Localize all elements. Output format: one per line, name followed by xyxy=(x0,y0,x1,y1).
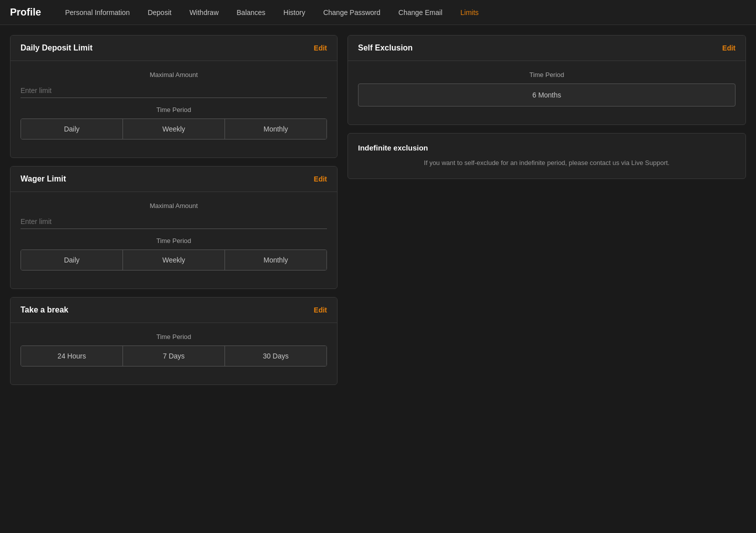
daily-deposit-limit-input[interactable] xyxy=(20,84,327,98)
wager-daily-button[interactable]: Daily xyxy=(21,250,123,270)
daily-deposit-weekly-button[interactable]: Weekly xyxy=(123,119,225,139)
self-exclusion-time-period-group: Time Period 6 Months xyxy=(358,71,736,106)
wager-limit-body: Maximal Amount Time Period Daily Weekly … xyxy=(10,192,337,288)
daily-deposit-limit-body: Maximal Amount Time Period Daily Weekly … xyxy=(10,61,337,158)
wager-time-period-group: Time Period Daily Weekly Monthly xyxy=(20,237,327,270)
daily-deposit-limit-edit-button[interactable]: Edit xyxy=(314,44,327,52)
daily-deposit-daily-button[interactable]: Daily xyxy=(21,119,123,139)
wager-period-buttons: Daily Weekly Monthly xyxy=(20,250,327,270)
indefinite-exclusion-text: If you want to self-exclude for an indef… xyxy=(358,158,736,168)
wager-limit-header: Wager Limit Edit xyxy=(10,166,337,192)
daily-deposit-maximal-amount-label: Maximal Amount xyxy=(20,71,327,78)
main-content: Daily Deposit Limit Edit Maximal Amount … xyxy=(0,25,756,395)
wager-time-period-label: Time Period xyxy=(20,237,327,244)
right-column: Self Exclusion Edit Time Period 6 Months… xyxy=(348,35,746,179)
wager-weekly-button[interactable]: Weekly xyxy=(123,250,225,270)
wager-maximal-amount-label: Maximal Amount xyxy=(20,202,327,210)
daily-deposit-monthly-button[interactable]: Monthly xyxy=(225,119,326,139)
nav-item-balances[interactable]: Balances xyxy=(228,0,274,25)
wager-monthly-button[interactable]: Monthly xyxy=(225,250,326,270)
take-a-break-period-buttons: 24 Hours 7 Days 30 Days xyxy=(20,346,327,366)
take-a-break-time-period-label: Time Period xyxy=(20,333,327,340)
daily-deposit-time-period-group: Time Period Daily Weekly Monthly xyxy=(20,106,327,140)
indefinite-exclusion-card: Indefinite exclusion If you want to self… xyxy=(348,133,746,179)
left-column: Daily Deposit Limit Edit Maximal Amount … xyxy=(10,35,338,385)
nav-item-limits[interactable]: Limits xyxy=(452,0,488,25)
self-exclusion-select-wrapper: 6 Months xyxy=(358,84,736,106)
take-a-break-7days-button[interactable]: 7 Days xyxy=(123,346,225,366)
nav-item-change-password[interactable]: Change Password xyxy=(314,0,389,25)
wager-limit-title: Wager Limit xyxy=(20,174,66,184)
take-a-break-24hours-button[interactable]: 24 Hours xyxy=(21,346,123,366)
self-exclusion-card: Self Exclusion Edit Time Period 6 Months xyxy=(348,35,746,125)
self-exclusion-select[interactable]: 6 Months xyxy=(358,84,736,106)
take-a-break-30days-button[interactable]: 30 Days xyxy=(225,346,326,366)
daily-deposit-limit-title: Daily Deposit Limit xyxy=(20,44,92,52)
self-exclusion-time-period-label: Time Period xyxy=(358,71,736,78)
take-a-break-card: Take a break Edit Time Period 24 Hours 7… xyxy=(10,297,338,385)
indefinite-exclusion-title: Indefinite exclusion xyxy=(358,144,736,152)
wager-limit-card: Wager Limit Edit Maximal Amount Time Per… xyxy=(10,166,338,289)
nav-item-history[interactable]: History xyxy=(274,0,314,25)
daily-deposit-limit-header: Daily Deposit Limit Edit xyxy=(10,36,337,61)
wager-limit-edit-button[interactable]: Edit xyxy=(314,175,327,183)
daily-deposit-time-period-label: Time Period xyxy=(20,106,327,114)
nav-item-withdraw[interactable]: Withdraw xyxy=(180,0,228,25)
self-exclusion-header: Self Exclusion Edit xyxy=(348,36,746,61)
self-exclusion-body: Time Period 6 Months xyxy=(348,61,746,124)
self-exclusion-edit-button[interactable]: Edit xyxy=(722,44,736,52)
take-a-break-edit-button[interactable]: Edit xyxy=(314,306,327,314)
take-a-break-body: Time Period 24 Hours 7 Days 30 Days xyxy=(10,323,337,384)
take-a-break-title: Take a break xyxy=(20,306,68,314)
daily-deposit-limit-card: Daily Deposit Limit Edit Maximal Amount … xyxy=(10,35,338,158)
take-a-break-header: Take a break Edit xyxy=(10,298,337,323)
wager-maximal-amount-group: Maximal Amount xyxy=(20,202,327,229)
nav-items: Personal Information Deposit Withdraw Ba… xyxy=(56,0,746,25)
nav-item-change-email[interactable]: Change Email xyxy=(390,0,452,25)
nav-item-deposit[interactable]: Deposit xyxy=(138,0,180,25)
wager-limit-input[interactable] xyxy=(20,214,327,229)
daily-deposit-maximal-amount-group: Maximal Amount xyxy=(20,71,327,98)
self-exclusion-title: Self Exclusion xyxy=(358,44,412,52)
take-a-break-time-period-group: Time Period 24 Hours 7 Days 30 Days xyxy=(20,333,327,366)
nav-item-personal-information[interactable]: Personal Information xyxy=(56,0,138,25)
daily-deposit-period-buttons: Daily Weekly Monthly xyxy=(20,118,327,140)
navigation: Profile Personal Information Deposit Wit… xyxy=(0,0,756,25)
nav-brand: Profile xyxy=(10,6,41,18)
